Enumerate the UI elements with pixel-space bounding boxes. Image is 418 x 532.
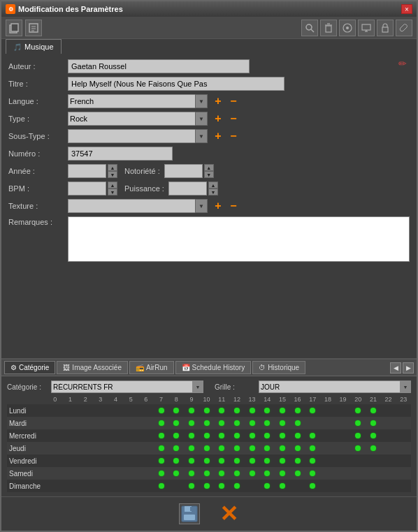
save-button[interactable] xyxy=(177,501,202,526)
annee-up-btn[interactable]: ▲ xyxy=(108,164,117,171)
texture-select[interactable] xyxy=(68,199,208,213)
dot-cell-dimanche-19 xyxy=(336,483,351,489)
grille-select[interactable]: JOUR xyxy=(259,380,411,393)
toolbar-search-btn[interactable] xyxy=(301,20,318,36)
dot-cell-mardi-5 xyxy=(123,420,138,426)
dot-cell-samedi-1 xyxy=(63,471,78,476)
empty-dot xyxy=(82,420,88,426)
hour-header-13: 13 xyxy=(245,396,260,403)
green-dot-mercredi-21 xyxy=(370,433,376,438)
bpm-input[interactable] xyxy=(68,182,106,195)
toolbar-disc-btn[interactable] xyxy=(339,20,356,36)
annee-down-btn[interactable]: ▼ xyxy=(108,171,117,178)
green-dot-dimanche-11 xyxy=(219,483,224,489)
empty-dot xyxy=(355,471,361,476)
tab-prev-btn[interactable]: ◀ xyxy=(390,362,401,374)
toolbar-btn-2[interactable] xyxy=(25,20,42,36)
hour-header-1: 1 xyxy=(63,396,78,403)
toolbar-btn-1[interactable] xyxy=(6,20,22,36)
tab-nav-buttons: ◀ ▶ xyxy=(390,362,414,374)
dot-cell-samedi-11 xyxy=(214,471,229,476)
tab-categorie[interactable]: ⚙ Catégorie xyxy=(4,361,55,374)
langue-select[interactable]: French xyxy=(68,94,208,108)
categorie-filter-select[interactable]: RÉCURRENTS FR xyxy=(51,380,203,393)
notoriete-up-btn[interactable]: ▲ xyxy=(204,164,214,171)
hour-header-10: 10 xyxy=(199,396,215,403)
dot-cell-samedi-13 xyxy=(245,471,260,476)
green-dot-samedi-7 xyxy=(159,471,164,476)
empty-dot xyxy=(143,420,149,426)
dot-cell-mardi-15 xyxy=(275,420,290,426)
window-icon: ⚙ xyxy=(6,4,15,14)
notoriete-input[interactable] xyxy=(164,164,203,178)
tab-musique[interactable]: 🎵 Musique xyxy=(6,39,62,54)
dot-cell-mardi-16 xyxy=(290,420,305,426)
texture-minus-btn[interactable]: − xyxy=(227,200,240,212)
numero-input[interactable] xyxy=(68,147,173,161)
type-select[interactable]: Rock xyxy=(68,112,208,126)
toolbar-delete-btn[interactable] xyxy=(320,20,337,36)
green-dot-samedi-8 xyxy=(173,471,179,476)
dot-cell-lundi-7 xyxy=(154,408,169,413)
type-minus-btn[interactable]: − xyxy=(227,112,240,125)
dot-cell-mardi-2 xyxy=(78,420,93,426)
langue-minus-btn[interactable]: − xyxy=(227,95,240,108)
schedule-content: Catégorie : RÉCURRENTS FR ▼ Grille : JOU… xyxy=(1,376,417,496)
puissance-spinner: ▲ ▼ xyxy=(168,182,218,195)
puissance-input[interactable] xyxy=(168,182,207,195)
tab-airrun[interactable]: 📻 AirRun xyxy=(129,361,174,374)
green-dot-lundi-12 xyxy=(234,408,240,413)
dot-cell-lundi-18 xyxy=(320,408,336,413)
toolbar-lock-btn[interactable] xyxy=(377,20,394,36)
tab-next-btn[interactable]: ▶ xyxy=(403,362,414,374)
green-dot-dimanche-17 xyxy=(310,483,315,489)
sous-type-minus-btn[interactable]: − xyxy=(227,130,240,142)
empty-dot xyxy=(82,445,88,451)
empty-dot xyxy=(401,433,406,438)
dot-cell-samedi-12 xyxy=(229,471,245,476)
dot-cell-vendredi-17 xyxy=(305,458,320,464)
dot-cell-mardi-7 xyxy=(154,420,169,426)
hour-header-7: 7 xyxy=(154,396,169,403)
auteur-input[interactable] xyxy=(68,59,250,73)
toolbar-settings-btn[interactable] xyxy=(396,20,412,36)
svg-line-7 xyxy=(311,29,314,32)
bpm-down-btn[interactable]: ▼ xyxy=(108,189,117,195)
tab-historique[interactable]: ⏱ Historique xyxy=(252,361,305,374)
sous-type-plus-btn[interactable]: + xyxy=(212,130,224,142)
dot-cell-vendredi-16 xyxy=(290,458,305,464)
dot-cell-samedi-10 xyxy=(199,471,215,476)
close-button[interactable]: × xyxy=(401,4,412,14)
remarques-row: Remarques : xyxy=(8,216,410,262)
edit-icon xyxy=(28,22,39,34)
titre-input[interactable] xyxy=(68,77,284,91)
puissance-down-btn[interactable]: ▼ xyxy=(208,189,218,195)
dot-cell-jeudi-21 xyxy=(366,445,381,451)
dot-cell-vendredi-14 xyxy=(259,458,275,464)
empty-dot xyxy=(143,483,149,489)
annee-input[interactable] xyxy=(68,164,106,178)
langue-plus-btn[interactable]: + xyxy=(212,95,224,108)
texture-plus-btn[interactable]: + xyxy=(212,200,224,212)
tab-schedule-history[interactable]: 📅 Schedule History xyxy=(175,361,252,374)
sous-type-select[interactable] xyxy=(68,129,208,143)
puissance-up-btn[interactable]: ▲ xyxy=(208,182,218,189)
empty-dot xyxy=(325,445,331,451)
toolbar-monitor-btn[interactable] xyxy=(358,20,375,36)
dot-cells-mercredi xyxy=(48,433,411,438)
dot-cell-jeudi-5 xyxy=(123,445,138,451)
type-plus-btn[interactable]: + xyxy=(212,112,224,125)
green-dot-samedi-12 xyxy=(234,471,240,476)
tab-image-associee[interactable]: 🖼 Image Associée xyxy=(57,361,128,374)
bpm-up-btn[interactable]: ▲ xyxy=(108,182,117,189)
dot-cell-dimanche-7 xyxy=(154,483,169,489)
cancel-button[interactable]: ✕ xyxy=(216,501,241,526)
dot-cell-jeudi-6 xyxy=(138,445,154,451)
green-dot-jeudi-16 xyxy=(295,445,301,451)
dot-cell-jeudi-9 xyxy=(184,445,199,451)
remarques-textarea[interactable] xyxy=(68,216,410,262)
dot-cell-mardi-9 xyxy=(184,420,199,426)
notoriete-down-btn[interactable]: ▼ xyxy=(204,171,214,178)
dot-cell-lundi-14 xyxy=(259,408,275,413)
green-dot-jeudi-13 xyxy=(250,445,255,451)
